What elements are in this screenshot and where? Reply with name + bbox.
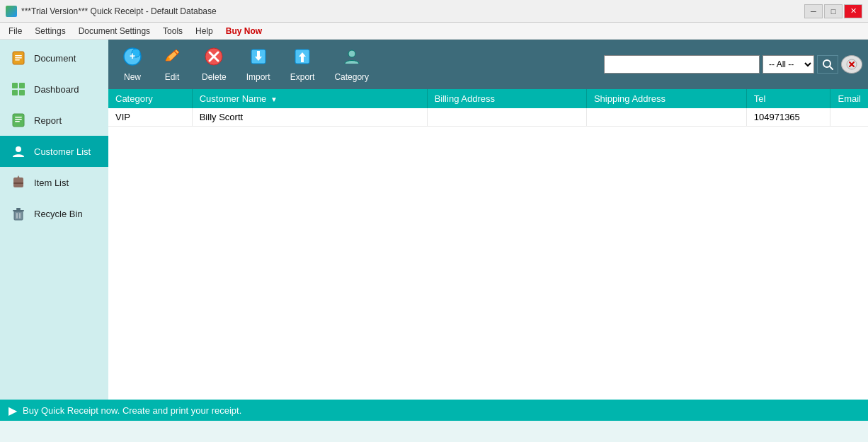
- svg-rect-14: [13, 182, 23, 184]
- svg-rect-1: [15, 55, 22, 57]
- svg-rect-2: [15, 57, 22, 59]
- recycle-bin-icon: [10, 205, 27, 222]
- menu-tools[interactable]: Tools: [157, 25, 188, 37]
- svg-rect-6: [12, 90, 18, 95]
- search-button[interactable]: [817, 55, 838, 74]
- search-area: -- All -- VIP Regular: [604, 55, 862, 74]
- category-button[interactable]: Category: [326, 44, 377, 85]
- delete-button[interactable]: Delete: [193, 44, 235, 85]
- menu-document-settings[interactable]: Document Settings: [73, 25, 156, 37]
- dashboard-icon: [10, 81, 27, 98]
- content-area: + New Edit Delete: [108, 40, 868, 400]
- sort-arrow-customer-name: ▼: [270, 95, 278, 103]
- sidebar-item-customer-list-label: Customer List: [34, 146, 91, 157]
- sidebar-item-report[interactable]: Report: [0, 105, 108, 136]
- svg-rect-5: [19, 83, 25, 88]
- svg-rect-7: [19, 90, 25, 95]
- cell-shipping-address: [586, 108, 746, 127]
- import-label: Import: [246, 72, 270, 82]
- cell-tel: 104971365: [746, 108, 830, 127]
- edit-icon: [162, 47, 182, 69]
- svg-point-12: [16, 146, 21, 152]
- clear-search-button[interactable]: [841, 55, 862, 74]
- item-list-icon: [10, 174, 27, 191]
- svg-rect-34: [301, 57, 304, 62]
- svg-rect-10: [15, 119, 22, 120]
- svg-rect-3: [15, 59, 20, 61]
- sidebar-item-recycle-bin-label: Recycle Bin: [34, 209, 83, 219]
- col-shipping-address[interactable]: Shipping Address: [586, 89, 746, 108]
- sidebar-item-report-label: Report: [34, 115, 62, 126]
- svg-rect-8: [13, 114, 24, 127]
- new-label: New: [124, 72, 141, 82]
- svg-rect-19: [16, 213, 18, 219]
- menu-file[interactable]: File: [3, 25, 28, 37]
- svg-line-37: [830, 66, 833, 69]
- cell-billing-address: [427, 108, 586, 127]
- title-bar: ***Trial Version*** Quick Receipt - Defa…: [0, 0, 868, 23]
- menu-bar: File Settings Document Settings Tools He…: [0, 23, 868, 40]
- category-label: Category: [334, 72, 369, 82]
- minimize-button[interactable]: ─: [804, 4, 823, 18]
- svg-rect-31: [257, 51, 260, 58]
- document-icon: [10, 50, 27, 66]
- col-customer-name[interactable]: Customer Name ▼: [192, 89, 427, 108]
- svg-rect-20: [19, 213, 21, 219]
- status-arrow-icon: ▶: [8, 404, 17, 417]
- search-input[interactable]: [604, 55, 760, 74]
- edit-label: Edit: [165, 72, 180, 82]
- sidebar-item-dashboard-label: Dashboard: [34, 84, 79, 95]
- delete-label: Delete: [202, 72, 227, 82]
- sidebar-item-document-label: Document: [34, 53, 76, 64]
- sidebar: Document Dashboard Report Customer List: [0, 40, 108, 400]
- menu-settings[interactable]: Settings: [29, 25, 71, 37]
- close-button[interactable]: ✕: [844, 4, 862, 18]
- menu-help[interactable]: Help: [190, 25, 219, 37]
- customer-list-icon: [10, 143, 27, 160]
- edit-button[interactable]: Edit: [154, 44, 190, 85]
- sidebar-item-item-list[interactable]: Item List: [0, 167, 108, 198]
- export-icon: [292, 47, 312, 69]
- export-button[interactable]: Export: [282, 44, 324, 85]
- sidebar-item-item-list-label: Item List: [34, 178, 69, 188]
- main-area: Document Dashboard Report Customer List: [0, 40, 868, 400]
- col-category[interactable]: Category: [108, 89, 192, 108]
- menu-buy-now[interactable]: Buy Now: [220, 25, 268, 37]
- import-button[interactable]: Import: [238, 44, 279, 85]
- import-icon: [249, 47, 268, 69]
- title-bar-controls: ─ □ ✕: [804, 4, 862, 18]
- category-filter-dropdown[interactable]: -- All -- VIP Regular: [763, 55, 814, 74]
- svg-text:+: +: [130, 50, 135, 62]
- new-icon: +: [122, 47, 142, 69]
- maximize-button[interactable]: □: [824, 4, 843, 18]
- status-bar: ▶ Buy Quick Receipt now. Create and prin…: [0, 400, 868, 421]
- sidebar-item-recycle-bin[interactable]: Recycle Bin: [0, 198, 108, 229]
- sidebar-item-document[interactable]: Document: [0, 42, 108, 74]
- svg-rect-11: [15, 121, 20, 122]
- svg-point-35: [348, 50, 355, 57]
- title-bar-left: ***Trial Version*** Quick Receipt - Defa…: [6, 6, 217, 17]
- app-icon: [6, 6, 17, 17]
- status-message: Buy Quick Receipt now. Create and print …: [23, 405, 241, 416]
- svg-rect-17: [13, 210, 24, 211]
- category-icon: [342, 47, 362, 69]
- svg-rect-4: [12, 83, 18, 88]
- svg-rect-16: [14, 211, 23, 220]
- cell-email: [830, 108, 868, 127]
- svg-rect-18: [16, 208, 21, 210]
- app-title: ***Trial Version*** Quick Receipt - Defa…: [21, 6, 217, 16]
- cell-customer-name: Billy Scortt: [192, 108, 427, 127]
- customer-table-container: Category Customer Name ▼ Billing Address…: [108, 89, 868, 400]
- new-button[interactable]: + New: [114, 44, 151, 85]
- col-email[interactable]: Email: [830, 89, 868, 108]
- customer-table: Category Customer Name ▼ Billing Address…: [108, 89, 868, 127]
- sidebar-item-dashboard[interactable]: Dashboard: [0, 74, 108, 105]
- col-tel[interactable]: Tel: [746, 89, 830, 108]
- app-body: Document Dashboard Report Customer List: [0, 40, 868, 421]
- toolbar: + New Edit Delete: [108, 40, 868, 89]
- table-row[interactable]: VIPBilly Scortt104971365: [108, 108, 868, 127]
- sidebar-item-customer-list[interactable]: Customer List: [0, 136, 108, 167]
- report-icon: [10, 112, 27, 129]
- col-billing-address[interactable]: Billing Address: [427, 89, 586, 108]
- svg-rect-9: [15, 117, 22, 118]
